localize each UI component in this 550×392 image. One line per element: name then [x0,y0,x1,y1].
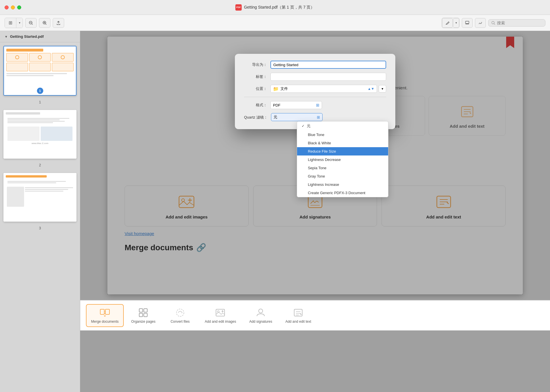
images-label-2: Add and edit images [205,320,236,324]
bottom-tool-signatures[interactable]: Add signatures [243,304,278,327]
page-label-1: 1 [0,99,80,107]
zoom-out-button[interactable] [25,18,37,28]
quartz-option-lightness-increase[interactable]: Lightness Increase [297,180,388,189]
svg-line-6 [46,24,46,25]
window-title: PDF Getting Started.pdf（第 1 页，共 7 页） [235,4,315,11]
quartz-row: Quartz 滤镜： 元 ⊞ ✓ 元 [244,113,386,121]
svg-rect-24 [100,309,104,314]
checkmark-icon: ✓ [302,124,305,128]
location-picker-area: 📁 文件 ▲▼ ▾ [270,85,386,93]
svg-rect-25 [105,309,109,314]
view-toggle-button[interactable]: ⊞ [5,18,16,28]
titlebar: PDF Getting Started.pdf（第 1 页，共 7 页） [0,0,550,15]
quartz-trigger[interactable]: 元 ⊞ [271,113,323,121]
quartz-dropdown-arrow-icon: ⊞ [317,115,320,119]
svg-rect-31 [216,309,225,316]
page-thumbnail-2[interactable]: www.Mac Z.com [3,110,76,159]
maximize-button[interactable] [17,5,21,9]
svg-rect-7 [465,21,469,23]
sidebar-chevron-icon[interactable]: ▼ [5,35,8,38]
minimize-button[interactable] [11,5,15,9]
text-label-3: Add and edit text [285,320,311,324]
organize-icon [138,308,148,318]
format-row: 格式： PDF ⊞ [244,101,386,109]
bottom-tool-text[interactable]: Add and edit text [280,304,316,327]
toolbar: ⊞ ▾ ▾ [0,15,550,31]
bottom-tool-merge[interactable]: Merge documents [86,304,124,327]
bottom-tool-convert[interactable]: Convert files [163,304,197,327]
svg-rect-26 [139,309,143,312]
location-expand-button[interactable]: ▾ [379,85,386,92]
quartz-dropdown-menu: ✓ 元 Blue Tone Black & White [297,121,388,197]
page-label-3: 3 [0,225,80,233]
svg-point-9 [492,21,494,24]
sidebar-header: ▼ Getting Started.pdf [0,31,80,42]
save-dialog: 导出为： 标签： 位置： 📁 文件 ▲▼ [235,54,395,129]
pen-tool-button[interactable] [442,18,453,28]
location-label: 位置： [244,86,267,91]
page-thumbnail-1[interactable]: 1 [3,46,76,96]
share-button[interactable] [53,18,64,28]
quartz-label: Quartz 滤镜： [244,113,268,120]
content-area: 导出为： 标签： 位置： 📁 文件 ▲▼ [80,31,550,392]
svg-point-33 [259,309,263,313]
quartz-option-blue-tone[interactable]: Blue Tone [297,131,388,139]
quartz-option-none[interactable]: ✓ 元 [297,121,388,131]
page-thumbnail-3[interactable] [3,173,76,222]
bottom-toolbar: Merge documents Organize pages [80,300,550,330]
merge-icon [100,308,110,318]
pdf-page: 导出为： 标签： 位置： 📁 文件 ▲▼ [107,37,523,294]
filename-input[interactable] [270,61,386,69]
quartz-option-gray-tone[interactable]: Gray Tone [297,172,388,180]
sidebar-filename: Getting Started.pdf [10,34,44,39]
tag-row: 标签： [244,73,386,81]
quartz-selected-value: 元 [274,115,277,120]
format-label: 格式： [244,103,267,108]
signature-button[interactable] [475,18,486,28]
folder-icon: 📁 [273,86,279,92]
tag-label: 标签： [244,74,267,79]
svg-rect-29 [144,313,147,317]
svg-line-10 [494,23,495,25]
sidebar: ▼ Getting Started.pdf [0,31,80,392]
search-input[interactable] [497,21,542,25]
search-bar [488,19,545,27]
pen-dropdown-button[interactable]: ▾ [453,18,459,28]
svg-point-30 [176,309,184,316]
bottom-tool-organize[interactable]: Organize pages [126,304,161,327]
location-chevron-icon: ▲▼ [368,87,374,91]
text-bottom-icon [293,308,303,318]
format-value: PDF [273,103,280,107]
convert-label-2: Convert files [170,320,190,324]
view-dropdown-button[interactable]: ▾ [16,18,23,28]
view-controls: ⊞ ▾ [5,18,23,28]
page-num-badge-1: 1 [37,88,43,94]
organize-label: Organize pages [131,320,156,324]
quartz-dropdown-container: 元 ⊞ ✓ 元 Blue Tone [271,113,386,121]
quartz-option-lightness-decrease[interactable]: Lightness Decrease [297,155,388,164]
zoom-in-button[interactable] [39,18,50,28]
quartz-option-reduce-file-size[interactable]: Reduce File Size [297,147,388,155]
signatures-label-2: Add signatures [249,320,272,324]
traffic-lights [5,5,21,9]
close-button[interactable] [5,5,9,9]
save-dialog-overlay: 导出为： 标签： 位置： 📁 文件 ▲▼ [107,37,523,294]
format-dropdown-arrow-icon: ⊞ [316,103,319,107]
quartz-option-pdfx3[interactable]: Create Generic PDFX-3 Document [297,189,388,197]
format-dropdown[interactable]: PDF ⊞ [270,101,322,109]
bottom-tool-images[interactable]: Add and edit images [200,304,241,327]
location-picker[interactable]: 📁 文件 ▲▼ [270,85,377,93]
quartz-option-black-white[interactable]: Black & White [297,139,388,147]
location-folder-name: 文件 [280,86,288,91]
images-bottom-icon [215,308,225,318]
search-icon [491,21,495,25]
svg-line-2 [32,24,33,25]
annotation-controls: ▾ [442,18,459,28]
quartz-option-sepia-tone[interactable]: Sepia Tone [297,164,388,172]
main-layout: ▼ Getting Started.pdf [0,31,550,392]
toolbar-right: ▾ [442,18,545,28]
stamp-button[interactable] [462,18,473,28]
convert-bottom-icon [175,308,185,318]
filename-row: 导出为： [244,61,386,69]
tag-input[interactable] [270,73,386,81]
